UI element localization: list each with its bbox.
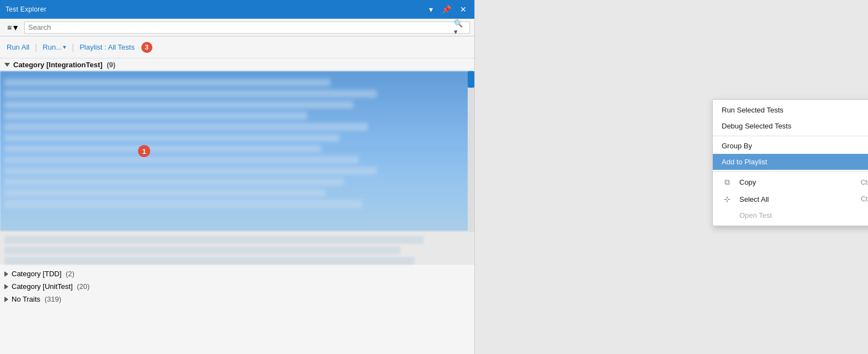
select-all-item[interactable]: ⊹ Select All Ctrl+A <box>713 191 868 207</box>
tdd-count: (2) <box>66 270 75 278</box>
unittest-count: (20) <box>77 282 89 291</box>
annotation-badge-1: 1 <box>138 145 150 157</box>
tree-content: Category [IntegrationTest] (9) <box>0 58 474 354</box>
copy-icon: ⧉ <box>722 178 733 187</box>
run-selected-item[interactable]: Run Selected Tests <box>713 102 868 118</box>
run-link[interactable]: Run... <box>43 43 62 51</box>
run-dropdown[interactable]: Run... ▾ <box>43 43 66 51</box>
expand-notraits-icon <box>4 297 8 302</box>
group-by-label: Group By <box>722 142 752 150</box>
category-tdd-row[interactable]: Category [TDD] (2) <box>0 267 474 280</box>
category-notraits-label: No Traits (319) <box>12 295 61 303</box>
add-to-playlist-label: Add to Playlist <box>722 158 767 166</box>
category-unittest-row[interactable]: Category [UnitTest] (20) <box>0 280 474 293</box>
bottom-blur-rows <box>0 231 474 265</box>
title-bar: Test Explorer ▾ 📌 ✕ <box>0 0 474 19</box>
toolbar-icon-btn[interactable]: ≡▼ <box>4 22 22 34</box>
action-bar: Run All | Run... ▾ | Playlist : All Test… <box>0 36 474 58</box>
context-menu: Run Selected Tests Debug Selected Tests … <box>712 99 868 226</box>
separator-1: | <box>35 42 37 52</box>
open-test-item: Open Test F12 <box>713 207 868 223</box>
right-panel: Run Selected Tests Debug Selected Tests … <box>475 0 868 354</box>
copy-shortcut: Ctrl+C <box>861 179 868 186</box>
search-input[interactable] <box>28 23 454 31</box>
category-integration-test-header[interactable]: Category [IntegrationTest] (9) <box>0 58 474 71</box>
dropdown-arrow-btn[interactable]: ▾ <box>427 4 435 14</box>
search-icon: 🔍▾ <box>454 19 466 36</box>
panel-title: Test Explorer <box>6 6 46 13</box>
toolbar-row: ≡▼ 🔍▾ <box>0 19 474 36</box>
copy-label: Copy <box>739 178 756 186</box>
blurred-test-area: 1 <box>0 71 474 231</box>
category-tdd-label: Category [TDD] (2) <box>12 270 75 278</box>
expand-tdd-icon <box>4 271 8 277</box>
notraits-count: (319) <box>45 295 61 303</box>
run-selected-label: Run Selected Tests <box>722 106 784 114</box>
add-to-playlist-item[interactable]: Add to Playlist ▶ New Playlist 2 <box>713 154 868 170</box>
separator-2: | <box>72 42 74 52</box>
close-btn[interactable]: ✕ <box>458 4 469 14</box>
scrollbar[interactable] <box>468 71 474 231</box>
select-all-shortcut: Ctrl+A <box>861 195 868 203</box>
copy-item[interactable]: ⧉ Copy Ctrl+C <box>713 174 868 191</box>
playlist-badge: 3 <box>141 42 152 53</box>
debug-selected-label: Debug Selected Tests <box>722 122 791 130</box>
open-test-label: Open Test <box>739 211 772 219</box>
select-all-label: Select All <box>739 195 769 203</box>
collapse-icon <box>4 63 10 67</box>
test-explorer-panel: Test Explorer ▾ 📌 ✕ ≡▼ 🔍▾ Run All | Run.… <box>0 0 475 354</box>
category-unittest-label: Category [UnitTest] (20) <box>12 282 89 291</box>
run-all-link[interactable]: Run All <box>7 43 29 51</box>
integration-count: (9) <box>107 61 115 69</box>
separator-cm-1 <box>713 136 868 136</box>
debug-selected-item[interactable]: Debug Selected Tests <box>713 118 868 134</box>
run-dropdown-arrow[interactable]: ▾ <box>63 44 66 51</box>
playlist-link[interactable]: Playlist : All Tests <box>80 43 134 51</box>
separator-cm-2 <box>713 171 868 172</box>
category-integration-label: Category [IntegrationTest] (9) <box>13 61 115 69</box>
group-by-item[interactable]: Group By ▶ <box>713 138 868 154</box>
select-all-icon: ⊹ <box>722 195 733 203</box>
title-bar-controls: ▾ 📌 ✕ <box>427 4 469 14</box>
search-box: 🔍▾ <box>24 22 470 34</box>
scrollbar-thumb <box>468 71 474 88</box>
pin-btn[interactable]: 📌 <box>440 4 453 14</box>
category-notraits-row[interactable]: No Traits (319) <box>0 293 474 305</box>
list-icon: ≡▼ <box>7 23 19 32</box>
expand-unittest-icon <box>4 284 8 289</box>
